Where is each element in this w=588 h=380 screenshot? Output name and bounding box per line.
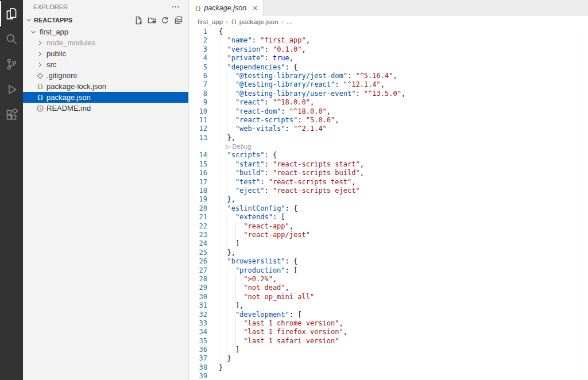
activity-item-source-control[interactable] bbox=[0, 52, 23, 77]
indent-guide bbox=[219, 337, 227, 346]
collapse-all-button[interactable] bbox=[172, 14, 184, 26]
indent-guide bbox=[227, 98, 235, 107]
code-token: : { bbox=[285, 257, 298, 266]
activity-item-extensions[interactable] bbox=[0, 102, 23, 127]
code-token: "browserslist" bbox=[227, 257, 285, 266]
new-folder-button[interactable] bbox=[146, 14, 157, 26]
codelens-debug[interactable]: ▷ Debug bbox=[219, 142, 251, 151]
gutter-spacer bbox=[207, 80, 219, 89]
chevron-down-icon bbox=[29, 28, 37, 36]
explorer-sidebar: EXPLORER REACTAPPS first_appnode_modules… bbox=[23, 0, 188, 380]
refresh-button[interactable] bbox=[159, 14, 171, 26]
indent-guide bbox=[227, 284, 235, 292]
code-token: : bbox=[347, 72, 355, 80]
code-token: "react" bbox=[235, 98, 265, 107]
indent-guide bbox=[235, 231, 243, 239]
gutter-spacer bbox=[207, 134, 219, 142]
indent-guide bbox=[219, 134, 227, 142]
code-token: "not op_mini all" bbox=[243, 293, 314, 301]
code-token: "^18.0.0" bbox=[273, 98, 310, 107]
tree-item-package-json[interactable]: {}package.json bbox=[23, 92, 188, 103]
breadcrumb-item[interactable]: first_app bbox=[198, 18, 223, 25]
code-token: , bbox=[273, 275, 277, 284]
indent-guide bbox=[219, 354, 227, 363]
code-token: "react-scripts" bbox=[235, 116, 297, 125]
code-token: "react-scripts start" bbox=[273, 160, 360, 169]
activity-item-explorer[interactable] bbox=[0, 1, 23, 26]
breadcrumb-item[interactable]: {}package.json bbox=[231, 18, 278, 25]
code-line-15: 15"start": "react-scripts start", bbox=[189, 160, 588, 169]
gutter-spacer bbox=[207, 36, 219, 45]
code-token: "not dead" bbox=[243, 284, 285, 292]
indent-guide bbox=[219, 222, 227, 231]
gutter-spacer bbox=[207, 142, 219, 151]
breadcrumb-label: package.json bbox=[239, 18, 278, 25]
gutter-spacer bbox=[207, 195, 219, 204]
gutter-spacer bbox=[207, 372, 219, 380]
code-token: , bbox=[401, 90, 405, 98]
line-number: 39 bbox=[189, 372, 207, 380]
code-token: { bbox=[219, 28, 223, 36]
indent-guide bbox=[235, 222, 243, 231]
close-icon[interactable]: × bbox=[253, 4, 257, 12]
line-number: 28 bbox=[189, 275, 207, 284]
code-line-1: 1{ bbox=[189, 28, 588, 36]
indent-guide bbox=[235, 328, 243, 336]
new-file-button[interactable] bbox=[133, 14, 144, 26]
gutter-spacer bbox=[207, 346, 219, 354]
gutter-spacer bbox=[207, 169, 219, 177]
chevron-right-icon bbox=[36, 39, 44, 47]
more-actions-icon[interactable] bbox=[171, 2, 180, 11]
gutter-spacer bbox=[207, 98, 219, 107]
code-token: , bbox=[289, 222, 293, 231]
file-name: first_app bbox=[40, 28, 68, 36]
code-token: ] bbox=[235, 346, 239, 354]
indent-guide bbox=[219, 63, 227, 72]
code-area[interactable]: 1{2"name": "first_app",3"version": "0.1.… bbox=[189, 28, 588, 380]
indent-guide bbox=[227, 266, 235, 275]
line-number: 35 bbox=[189, 337, 207, 346]
tree-item-package-lock-json[interactable]: {}package-lock.json bbox=[23, 81, 188, 92]
tree-item--gitignore[interactable]: .gitignore bbox=[23, 70, 188, 81]
code-token: : bbox=[355, 90, 363, 98]
code-token: : bbox=[264, 169, 272, 177]
code-line-5: 5"dependencies": { bbox=[189, 63, 588, 72]
indent-guide bbox=[227, 328, 235, 336]
indent-guide bbox=[219, 45, 227, 54]
tree-item-readme-md[interactable]: README.md bbox=[23, 103, 188, 114]
tab-package-json[interactable]: {} package.json × bbox=[189, 0, 264, 16]
indent-guide bbox=[219, 125, 227, 133]
code-token: , bbox=[360, 169, 364, 177]
code-token: , bbox=[302, 45, 306, 54]
line-number: 5 bbox=[189, 63, 207, 72]
activity-item-search[interactable] bbox=[0, 26, 23, 52]
indent-guide bbox=[219, 116, 227, 125]
code-token: , bbox=[306, 36, 310, 45]
breadcrumb-label: … bbox=[286, 18, 293, 25]
json-icon: {} bbox=[37, 83, 43, 90]
refresh-icon bbox=[161, 16, 169, 25]
tree-item-src[interactable]: src bbox=[23, 59, 188, 70]
code-token: "react-scripts eject" bbox=[273, 187, 360, 195]
breadcrumb-separator: › bbox=[281, 18, 284, 25]
tree-item-node-modules[interactable]: node_modules bbox=[23, 37, 188, 48]
line-number bbox=[189, 142, 207, 151]
activity-item-run-debug[interactable] bbox=[0, 77, 23, 102]
code-line-36: 36] bbox=[189, 346, 588, 354]
tree-item-first-app[interactable]: first_app bbox=[23, 26, 188, 37]
section-header-reactapps[interactable]: REACTAPPS bbox=[23, 14, 188, 26]
indent-guide bbox=[227, 275, 235, 284]
chevron-down-icon bbox=[25, 16, 33, 24]
indent-guide bbox=[219, 231, 227, 239]
indent-guide bbox=[227, 311, 235, 319]
indent-guide bbox=[219, 90, 227, 98]
tree-item-public[interactable]: public bbox=[23, 48, 188, 59]
code-token: "eject" bbox=[235, 187, 265, 195]
breadcrumb-item[interactable]: … bbox=[286, 18, 293, 25]
file-name: src bbox=[47, 60, 56, 69]
line-number: 23 bbox=[189, 231, 207, 239]
gutter-spacer bbox=[207, 284, 219, 292]
code-line-7: 7"@testing-library/react": "^12.1.4", bbox=[189, 80, 588, 89]
indent-guide bbox=[227, 346, 235, 354]
explorer-tree: first_appnode_modulespublicsrc.gitignore… bbox=[23, 26, 188, 380]
